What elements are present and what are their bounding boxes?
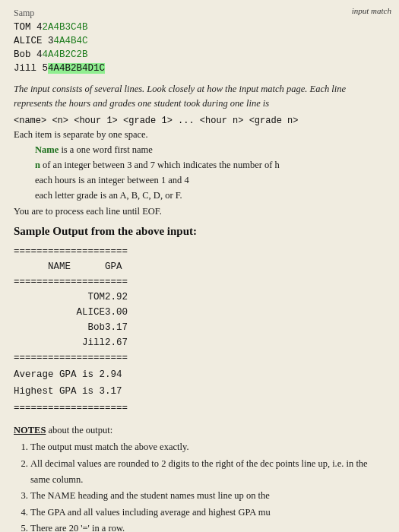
input-match-label: input match bbox=[352, 6, 391, 15]
indent-hours: each hours is an integer between 1 and 4 bbox=[35, 173, 385, 188]
cell-tom-name: TOM bbox=[14, 290, 105, 305]
note-5: There are 20 '=' in a row. bbox=[30, 521, 385, 532]
note-1: The output must match the above exactly. bbox=[30, 439, 385, 455]
equals-row-mid: ==================== bbox=[14, 274, 385, 290]
highest-line: Highest GPA is 3.17 bbox=[14, 384, 385, 399]
input-line-2: ALICE 34A4B4C bbox=[14, 34, 385, 48]
input-line-4: Jill 54A4B2B4D1C bbox=[14, 62, 385, 75]
note-2: All decimal values are rounded to 2 digi… bbox=[30, 456, 385, 487]
notes-section: NOTES about the output: The output must … bbox=[14, 425, 385, 532]
output-block: ==================== NAME GPA ==========… bbox=[14, 244, 385, 416]
cell-alice-name: ALICE bbox=[14, 305, 105, 320]
input-line-3: Bob 44A4B2C2B bbox=[14, 48, 385, 62]
data-table: TOM 2.92 ALICE 3.00 Bob 3.17 Jill 2.67 bbox=[14, 290, 385, 350]
sample-output-heading: Sample Output from the above input: bbox=[14, 225, 385, 238]
cell-alice-gpa: 3.00 bbox=[105, 305, 385, 320]
format-line: <name> <n> <hour 1> <grade 1> ... <hour … bbox=[14, 116, 385, 126]
input-line-1: TOM 42A4B3C4B bbox=[14, 21, 385, 34]
cell-jill-name: Jill bbox=[14, 335, 105, 350]
indent-items: Name is a one word first name n of an in… bbox=[35, 142, 385, 203]
indent-n: n of an integer between 3 and 7 which in… bbox=[35, 157, 385, 173]
input-block: TOM 42A4B3C4B ALICE 34A4B4C Bob 44A4B2C2… bbox=[14, 21, 385, 76]
output-table: NAME GPA bbox=[14, 259, 385, 274]
cell-bob-name: Bob bbox=[14, 320, 105, 335]
equals-row-bot1: ==================== bbox=[14, 350, 385, 366]
table-header-row: NAME GPA bbox=[14, 259, 385, 274]
format-detail: Each item is separate by one space. bbox=[14, 129, 385, 141]
indent-name: Name is a one word first name bbox=[35, 142, 385, 157]
notes-suffix: about the output: bbox=[46, 425, 112, 435]
sample-label: Samp bbox=[14, 8, 385, 19]
cell-jill-gpa: 2.67 bbox=[105, 335, 385, 350]
header-gpa: GPA bbox=[105, 259, 385, 274]
eof-line: You are to process each line until EOF. bbox=[14, 206, 385, 217]
notes-list: The output must match the above exactly.… bbox=[30, 439, 385, 532]
table-row: ALICE 3.00 bbox=[14, 305, 385, 320]
description-text: The input consists of several lines. Loo… bbox=[14, 82, 385, 112]
note-3: The NAME heading and the student names m… bbox=[30, 488, 385, 504]
cell-tom-gpa: 2.92 bbox=[105, 290, 385, 305]
equals-row-top: ==================== bbox=[14, 244, 385, 259]
table-row: Bob 3.17 bbox=[14, 320, 385, 335]
equals-row-bot2: ==================== bbox=[14, 401, 385, 416]
note-4: The GPA and all values including average… bbox=[30, 505, 385, 521]
header-name: NAME bbox=[14, 259, 105, 274]
table-row: TOM 2.92 bbox=[14, 290, 385, 305]
avg-line: Average GPA is 2.94 bbox=[14, 367, 385, 382]
table-row: Jill 2.67 bbox=[14, 335, 385, 350]
indent-grade: each letter grade is an A, B, C, D, or F… bbox=[35, 188, 385, 203]
cell-bob-gpa: 3.17 bbox=[105, 320, 385, 335]
notes-title: NOTES bbox=[14, 425, 46, 435]
